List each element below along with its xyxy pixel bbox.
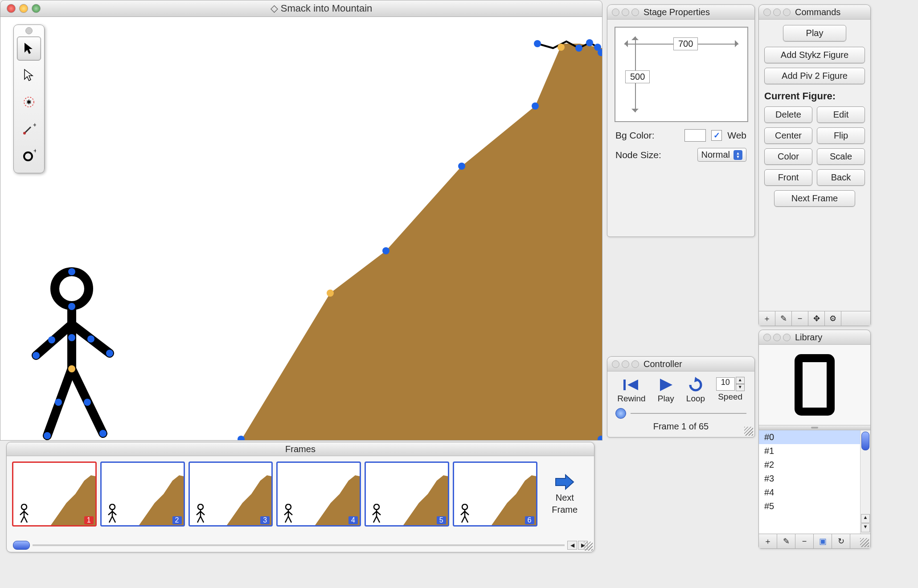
back-figure-button[interactable]: Back [817,169,865,186]
frame-thumbnail[interactable]: 5 [365,461,449,527]
settings-tool-icon[interactable]: ⚙ [825,311,841,326]
library-list[interactable]: #0#1#2#3#4#5 ▲ ▼ [759,430,870,534]
figure-node[interactable] [99,430,107,437]
toolbox-grip[interactable] [14,28,44,34]
shape-node[interactable] [458,163,465,170]
play-button[interactable]: Play [656,377,675,404]
next-frame-button[interactable]: Next Frame [774,190,855,207]
edit-tool-icon[interactable]: ✎ [775,311,792,326]
center-figure-button[interactable]: Center [764,127,812,144]
move-tool-icon[interactable]: ✥ [808,311,825,326]
figure-node[interactable] [33,352,40,359]
shape-node[interactable] [382,247,389,254]
panel-close-button[interactable] [612,360,619,368]
library-splitter[interactable] [759,425,870,430]
slider-knob[interactable] [615,408,626,419]
resize-handle[interactable] [744,427,753,436]
frame-thumbnail[interactable]: 6 [453,461,537,527]
shape-node[interactable] [598,49,602,56]
shape-pivot-node[interactable] [327,290,334,297]
lib-remove-icon[interactable]: − [795,534,814,548]
shape-node[interactable] [532,102,539,110]
frame-thumbnail[interactable]: 1 [12,461,97,527]
resize-handle[interactable] [860,538,869,547]
play-animation-button[interactable]: Play [783,25,846,41]
figure-node[interactable] [68,268,75,275]
pointer-tool[interactable] [17,63,41,87]
library-item[interactable]: #4 [759,486,870,499]
frame-thumbnail[interactable]: 3 [189,461,273,527]
panel-zoom-button[interactable] [783,334,791,341]
panel-minimize-button[interactable] [773,8,781,16]
close-window-button[interactable] [7,4,16,13]
flip-figure-button[interactable]: Flip [817,127,865,144]
figure-node[interactable] [55,399,62,406]
library-item[interactable]: #5 [759,499,870,513]
figure-node[interactable] [68,334,75,341]
add-segment-tool[interactable]: + [17,117,41,141]
frames-scrollbar[interactable]: ◀ ▶ [13,540,588,550]
delete-figure-button[interactable]: Delete [764,106,812,123]
scrollbar-thumb[interactable] [861,432,869,450]
frames-panel-title[interactable]: Frames [7,442,594,456]
library-item[interactable]: #3 [759,472,870,486]
lib-refresh-icon[interactable]: ↻ [832,534,850,548]
front-figure-button[interactable]: Front [764,169,812,186]
scroll-left-button[interactable]: ◀ [567,541,577,550]
shape-node[interactable] [575,45,582,52]
frame-thumbnail[interactable]: 4 [276,461,361,527]
panel-zoom-button[interactable] [631,8,639,16]
figure-node[interactable] [68,303,75,310]
scroll-up-button[interactable]: ▲ [861,514,870,523]
library-item[interactable]: #1 [759,444,870,458]
loop-button[interactable]: Loop [686,377,705,404]
add-stykz-figure-button[interactable]: Add Stykz Figure [764,47,865,63]
node-size-select[interactable]: Normal ▲▼ [697,148,746,162]
select-tool[interactable] [17,37,41,61]
add-circle-tool[interactable]: + [17,143,41,167]
panel-minimize-button[interactable] [622,8,629,16]
bg-color-swatch[interactable] [684,129,706,142]
toolbox-palette[interactable]: ✱ + + [13,24,45,173]
stage-canvas[interactable] [0,16,602,441]
figure-pivot-node[interactable] [68,365,75,372]
node-tool[interactable]: ✱ [17,90,41,114]
speed-down-button[interactable]: ▼ [736,384,745,391]
panel-close-button[interactable] [763,334,771,341]
resize-handle[interactable] [584,542,593,551]
lib-folder-icon[interactable]: ▣ [814,534,832,548]
stage-width-field[interactable]: 700 [673,37,698,50]
figure-node[interactable] [44,432,51,439]
stage-height-field[interactable]: 500 [625,70,650,83]
shape-node[interactable] [598,436,602,441]
lib-add-icon[interactable]: ＋ [759,534,777,548]
add-tool-icon[interactable]: ＋ [759,311,775,326]
panel-minimize-button[interactable] [622,360,629,368]
remove-tool-icon[interactable]: − [792,311,808,326]
color-figure-button[interactable]: Color [764,148,812,165]
zoom-window-button[interactable] [32,4,41,13]
panel-close-button[interactable] [763,8,771,16]
frame-thumbnail[interactable]: 2 [100,461,185,527]
next-frame-button[interactable]: NextFrame [541,465,589,523]
speed-field[interactable]: 10 [716,377,735,391]
scale-figure-button[interactable]: Scale [817,148,865,165]
rewind-button[interactable]: Rewind [617,377,645,404]
lib-edit-icon[interactable]: ✎ [777,534,795,548]
figure-node[interactable] [87,335,94,343]
library-item[interactable]: #0 [759,430,870,444]
scroll-down-button[interactable]: ▼ [861,523,870,532]
frame-slider[interactable] [607,405,754,421]
panel-zoom-button[interactable] [783,8,791,16]
web-checkbox[interactable]: ✓ [711,130,722,141]
shape-node[interactable] [586,39,593,46]
library-item[interactable]: #2 [759,458,870,472]
panel-close-button[interactable] [612,8,619,16]
scrollbar-thumb[interactable] [13,541,30,550]
panel-minimize-button[interactable] [773,334,781,341]
panel-zoom-button[interactable] [631,360,639,368]
figure-node[interactable] [106,350,113,357]
speed-up-button[interactable]: ▲ [736,377,745,384]
shape-node[interactable] [238,436,245,441]
shape-node[interactable] [534,40,541,47]
